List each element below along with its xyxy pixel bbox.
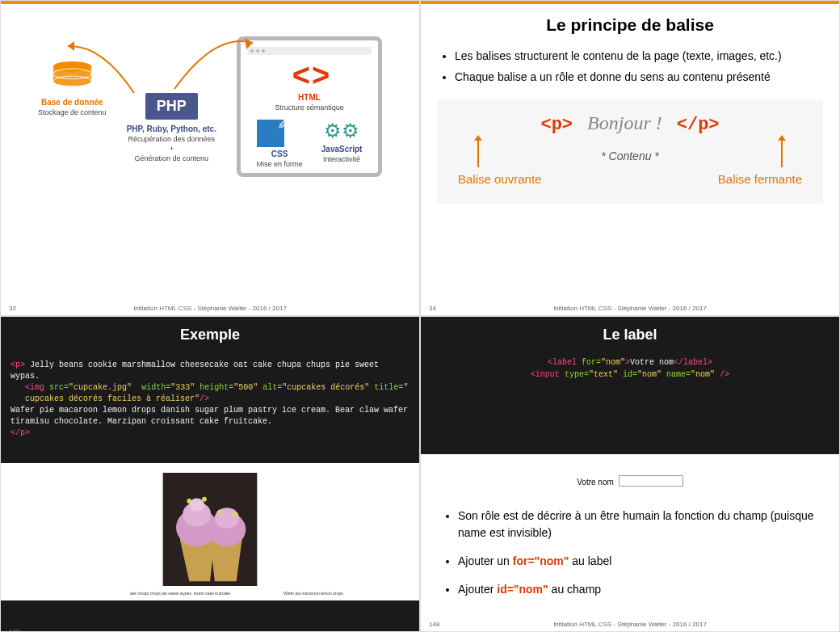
php-sub1: Récupération des données — [127, 135, 216, 143]
html-sub: Structure sémantique — [247, 103, 372, 112]
php-caption: PHP, Ruby, Python, etc. — [127, 124, 216, 133]
form-label: Votre nom — [577, 478, 614, 487]
slide-balise-principle: Le principe de balise Les balises struct… — [420, 0, 840, 316]
bullet-item: Les balises structurent le contenu de la… — [455, 49, 818, 62]
arrow-db-php — [61, 36, 142, 109]
slide-footer: 148 Initiation HTML CSS - Stéphanie Walt… — [421, 621, 839, 628]
slide-example: Exemple <p> Jelly beans cookie marshmall… — [0, 316, 420, 632]
bullet-list: Les balises structurent le contenu de la… — [421, 49, 839, 83]
slide-top-dark: Le label <label for="nom">Votre nom</lab… — [421, 317, 839, 454]
css-icon — [257, 120, 284, 147]
render-text-right: Wafer pie macaroon lemon drops — [284, 591, 343, 596]
slide-footer: 32 Initiation HTML CSS - Stéphanie Walte… — [1, 305, 419, 312]
browser-row: CSS Mise en forme ⚙⚙ JavaScript Interact… — [247, 120, 372, 168]
arrow-up-icon — [781, 140, 783, 167]
slide-architecture: Base de donnée Stockage de contenu PHP P… — [0, 0, 420, 316]
page-number: 32 — [9, 305, 16, 312]
bullet-item: Chaque balise a un rôle et donne du sens… — [455, 70, 818, 83]
css-sub: Mise en forme — [257, 160, 303, 168]
slide-title: Exemple — [1, 317, 419, 360]
page-number: 148 — [429, 621, 439, 628]
php-sub2: Génération de contenu — [127, 154, 216, 162]
close-tag-label: Balise fermante — [718, 172, 802, 186]
html-icon: <> — [247, 60, 372, 91]
svg-point-11 — [187, 499, 191, 503]
browser-bar-icon — [247, 47, 372, 55]
css-label: CSS — [257, 150, 303, 158]
accent-bar — [421, 1, 839, 4]
footer-text: Initiation HTML CSS - Stéphanie Walter -… — [553, 621, 707, 628]
open-tag-label: Balise ouvrante — [458, 172, 541, 186]
form-preview: Votre nom — [421, 454, 839, 508]
arrow-row: * Contenu * — [453, 140, 807, 167]
arrow-php-html — [170, 28, 259, 101]
bullet-item: Ajouter un for="nom" au label — [458, 553, 815, 570]
tag-content: Bonjour ! — [587, 112, 662, 134]
svg-point-14 — [232, 512, 237, 516]
render-text-left: ake chupa chups pie sweet wypas. issant … — [130, 591, 231, 596]
tag-diagram: <p> Bonjour ! </p> * Contenu * Balise ou… — [437, 99, 823, 204]
svg-marker-3 — [68, 41, 74, 51]
closing-tag: </p> — [677, 115, 720, 135]
slide-title: Le label — [421, 317, 839, 356]
page-number: 128 — [9, 628, 19, 632]
svg-point-13 — [217, 510, 222, 515]
code-block: <label for="nom">Votre nom</label> <inpu… — [421, 356, 839, 381]
php-plus: + — [127, 145, 216, 153]
opening-tag: <p> — [540, 115, 573, 135]
slide-label: Le label <label for="nom">Votre nom</lab… — [420, 316, 840, 632]
name-input[interactable] — [619, 475, 683, 487]
cupcake-image — [162, 473, 258, 586]
db-sub: Stockage de contenu — [38, 108, 107, 116]
render-preview: ake chupa chups pie sweet wypas. issant … — [1, 463, 419, 600]
arrow-up-icon — [477, 140, 479, 167]
slide-content: Base de donnée Stockage de contenu PHP P… — [1, 4, 419, 177]
slide-footer: 34 Initiation HTML CSS - Stéphanie Walte… — [421, 305, 839, 312]
footer-text: Initiation HTML CSS - Stéphanie Walter -… — [553, 305, 707, 312]
bullet-list: Son rôle est de décrire à un être humain… — [421, 508, 839, 598]
js-block: ⚙⚙ JavaScript Interactivité — [321, 120, 363, 168]
contenu-label: * Contenu * — [601, 150, 659, 162]
svg-point-12 — [202, 497, 207, 502]
js-icon: ⚙⚙ — [321, 120, 363, 142]
footer-text: Initiation HTML CSS - Stéphanie Walter -… — [133, 305, 287, 312]
slide-title: Le principe de balise — [421, 15, 839, 35]
code-block: <p> Jelly beans cookie marshmallow chees… — [1, 360, 419, 439]
tag-labels: Balise ouvrante Balise fermante — [453, 172, 807, 186]
js-sub: Interactivité — [321, 155, 363, 163]
tag-line: <p> Bonjour ! </p> — [453, 112, 807, 135]
bullet-item: Son rôle est de décrire à un être humain… — [458, 508, 815, 541]
page-number: 34 — [429, 305, 436, 312]
svg-point-8 — [189, 499, 204, 512]
bullet-item: Ajouter id="nom" au champ — [458, 581, 815, 598]
css-block: CSS Mise en forme — [257, 120, 303, 168]
html-label: HTML — [247, 93, 372, 102]
js-label: JavaScript — [321, 145, 363, 154]
svg-marker-4 — [245, 38, 253, 49]
